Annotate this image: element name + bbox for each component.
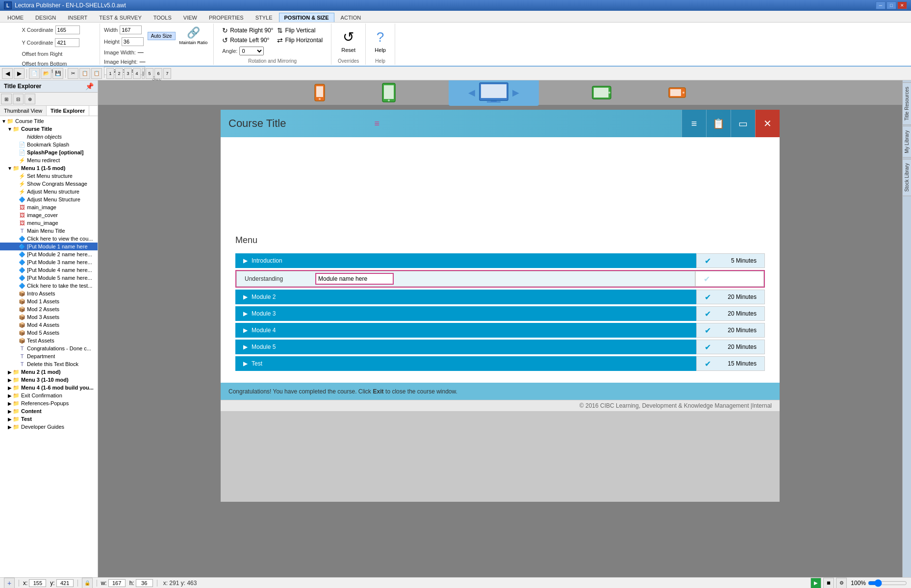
status-y-input[interactable] — [56, 579, 74, 587]
tb-paste[interactable]: 📋 — [91, 68, 102, 79]
y-input[interactable]: 421 — [55, 38, 79, 47]
angle-select[interactable]: 0 — [239, 47, 264, 55]
right-tab-title-resources[interactable]: Title Resources — [902, 82, 911, 125]
tree-click-take-test[interactable]: 🔷 Click here to take the test... — [0, 282, 98, 290]
tree-splashpage[interactable]: 📄 SplashPage [optional] — [0, 148, 98, 156]
tree-set-menu[interactable]: ⚡ Set Menu structure — [0, 172, 98, 180]
tree-test-assets[interactable]: 📦 Test Assets — [0, 337, 98, 344]
tree-menu-image[interactable]: 🖼 menu_image — [0, 219, 98, 227]
tree-module3-name[interactable]: 🔷 [Put Module 3 name here... — [0, 258, 98, 266]
tree-adjust-menu-large[interactable]: 🔷 Adjust Menu Structure — [0, 196, 98, 203]
menu-row-module4[interactable]: ▶ Module 4 ✔ 20 Minutes — [235, 323, 765, 338]
tb-copy[interactable]: 📋 — [79, 68, 90, 79]
menu-row-test[interactable]: ▶ Test ✔ 15 Minutes — [235, 356, 765, 371]
tb-4[interactable]: 4 — [133, 68, 141, 79]
tree-intro-assets[interactable]: 📦 Intro Assets — [0, 290, 98, 297]
menu-row-module3[interactable]: ▶ Module 3 ✔ 20 Minutes — [235, 306, 765, 321]
tree-delete-text-block[interactable]: T Delete this Text Block — [0, 360, 98, 368]
tab-thumbnail-view[interactable]: Thumbnail View — [0, 106, 47, 116]
status-play-btn[interactable]: ▶ — [810, 578, 821, 588]
tree-menu3[interactable]: ▶ 📁 Menu 3 (1-10 mod) — [0, 376, 98, 384]
header-close-btn[interactable]: ✕ — [755, 110, 780, 137]
module-understanding-label[interactable]: Understanding — [236, 271, 695, 287]
tb-6[interactable]: 6 — [154, 68, 162, 79]
tree-course-title-root[interactable]: ▼ 📁 Course Title — [0, 117, 98, 125]
tree-adjust-menu-small[interactable]: ⚡ Adjust Menu structure — [0, 188, 98, 196]
tree-department[interactable]: T Department — [0, 352, 98, 360]
tree-menu4[interactable]: ▶ 📁 Menu 4 (1-6 mod build you... — [0, 384, 98, 392]
menu-row-module5[interactable]: ▶ Module 5 ✔ 20 Minutes — [235, 340, 765, 354]
module2-label[interactable]: ▶ Module 2 — [235, 290, 696, 304]
tab-insert[interactable]: INSERT — [62, 13, 93, 22]
tree-module1-name[interactable]: 🔷 [Put Module 1 name here — [0, 243, 98, 250]
tree-menu1[interactable]: ▼ 📁 Menu 1 (1-5 mod) — [0, 164, 98, 172]
tb-back[interactable]: ◀ — [2, 68, 13, 79]
tree-exit-confirmation[interactable]: ▶ 📁 Exit Confirmation — [0, 392, 98, 399]
tab-tools[interactable]: TOOLS — [148, 13, 177, 22]
module4-label[interactable]: ▶ Module 4 — [235, 323, 696, 338]
phone-portrait-tab[interactable] — [310, 82, 329, 103]
tb-7[interactable]: 7 — [163, 68, 171, 79]
tb-forward[interactable]: ▶ — [14, 68, 25, 79]
help-button[interactable]: ? — [377, 29, 384, 45]
rotate-left-item[interactable]: ↺ Rotate Left 90° — [222, 36, 273, 44]
close-button[interactable]: ✕ — [897, 1, 907, 9]
tree-module4-name[interactable]: 🔷 [Put Module 4 name here... — [0, 266, 98, 274]
tb-3[interactable]: 3 — [124, 68, 132, 79]
tablet-landscape-tab[interactable] — [588, 84, 615, 101]
tree-mod1-assets[interactable]: 📦 Mod 1 Assets — [0, 297, 98, 305]
tree-menu-redirect[interactable]: ⚡ Menu redirect — [0, 156, 98, 164]
tab-position-size[interactable]: POSITION & SIZE — [279, 13, 334, 22]
tb-new[interactable]: 📄 — [29, 68, 40, 79]
header-resource-btn[interactable]: ▭ — [731, 110, 755, 137]
status-stop-btn[interactable]: ⏹ — [823, 578, 834, 588]
module3-label[interactable]: ▶ Module 3 — [235, 306, 696, 321]
sidebar-pin[interactable]: 📌 — [85, 82, 94, 90]
menu-row-module2[interactable]: ▶ Module 2 ✔ 20 Minutes — [235, 290, 765, 304]
tree-module2-name[interactable]: 🔷 [Put Module 2 name here... — [0, 250, 98, 258]
tab-home[interactable]: HOME — [2, 13, 29, 22]
tree-mod3-assets[interactable]: 📦 Mod 3 Assets — [0, 313, 98, 321]
status-settings-btn[interactable]: ⚙ — [836, 578, 847, 588]
tree-course-title[interactable]: ▼ 📁 Course Title — [0, 125, 98, 133]
height-input[interactable] — [122, 37, 144, 46]
tb-5[interactable]: 5 — [146, 68, 153, 79]
menu-row-understanding[interactable]: Understanding ✔ — [235, 270, 765, 288]
nav-right-arrow[interactable]: ▶ — [512, 87, 519, 98]
tab-action[interactable]: ACTION — [335, 13, 367, 22]
right-tab-my-library[interactable]: My Library — [902, 126, 911, 158]
right-tab-stock-library[interactable]: Stock Library — [902, 159, 911, 196]
tree-image-cover[interactable]: 🖼 image_cover — [0, 211, 98, 219]
header-menu-icon[interactable]: ≡ — [374, 119, 380, 129]
module5-label[interactable]: ▶ Module 5 — [235, 340, 696, 354]
tb-2[interactable]: 2 — [115, 68, 123, 79]
tree-congratulations[interactable]: T Congratulations - Done c... — [0, 344, 98, 352]
maintain-ratio-button[interactable]: 🔗 Maintain Ratio — [177, 24, 210, 47]
tab-view[interactable]: VIEW — [178, 13, 202, 22]
module-introduction-label[interactable]: ▶ Introduction — [235, 253, 696, 268]
auto-size-button[interactable]: Auto Size — [148, 32, 176, 40]
tab-properties[interactable]: PROPERTIES — [203, 13, 249, 22]
desktop-tab[interactable]: ◀ ▶ — [449, 80, 539, 106]
tree-developer-guides[interactable]: ▶ 📁 Developer Guides — [0, 423, 98, 431]
tab-style[interactable]: STYLE — [250, 13, 278, 22]
sidebar-collapse-all[interactable]: ⊟ — [13, 94, 24, 104]
header-notes-btn[interactable]: 📋 — [706, 110, 731, 137]
tree-menu2[interactable]: ▶ 📁 Menu 2 (1 mod) — [0, 368, 98, 376]
tablet-portrait-tab[interactable] — [378, 81, 400, 104]
tab-design[interactable]: DESIGN — [30, 13, 61, 22]
tb-save[interactable]: 💾 — [52, 68, 63, 79]
x-input[interactable]: 165 — [55, 25, 80, 34]
tb-1[interactable]: 1 — [106, 68, 114, 79]
tree-show-congrats[interactable]: ⚡ Show Congrats Message — [0, 180, 98, 188]
width-input[interactable] — [120, 25, 142, 34]
tab-test-survey[interactable]: TEST & SURVEY — [94, 13, 147, 22]
flip-vertical-item[interactable]: ⇅ Flip Vertical — [277, 26, 323, 34]
flip-horizontal-item[interactable]: ⇄ Flip Horizontal — [277, 36, 323, 44]
sidebar-add[interactable]: ⊕ — [25, 94, 35, 104]
status-add-btn[interactable]: + — [4, 578, 15, 588]
tree-content[interactable]: ▶ 📁 Content — [0, 407, 98, 415]
tree-mod4-assets[interactable]: 📦 Mod 4 Assets — [0, 321, 98, 329]
maximize-button[interactable]: □ — [886, 1, 896, 9]
module-name-input[interactable] — [315, 273, 394, 285]
